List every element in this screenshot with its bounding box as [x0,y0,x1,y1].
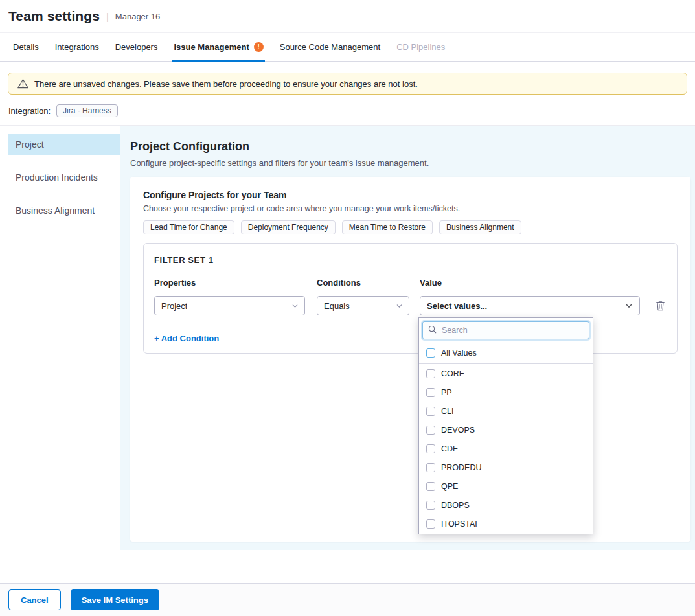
chevron-down-icon [291,302,299,310]
dropdown-search-input[interactable] [440,325,584,336]
option-pipe[interactable]: PIPE [419,533,593,534]
properties-column-header: Properties [154,278,305,288]
filter-set-1: FILTER SET 1 Properties Conditions Value… [143,243,678,354]
all-values-checkbox[interactable] [426,348,435,358]
unsaved-changes-badge-icon: ! [254,42,264,52]
tab-integrations-label: Integrations [55,42,99,52]
option-label: PRODEDU [441,463,482,472]
tab-developers[interactable]: Developers [114,33,159,61]
filter-column-headers: Properties Conditions Value [154,278,667,288]
option-checkbox[interactable] [426,388,435,397]
option-label: CDE [441,444,458,453]
metric-chips: Lead Time for Change Deployment Frequenc… [143,220,678,234]
tab-details[interactable]: Details [12,33,40,61]
configure-projects-card: Configure Projects for your Team Choose … [130,177,690,542]
trash-icon [655,301,665,311]
banner-text: There are unsaved changes. Please save t… [34,79,418,89]
option-checkbox[interactable] [426,463,435,472]
dropdown-search-box [422,321,589,339]
search-icon [428,325,437,336]
chip-lead-time-for-change[interactable]: Lead Time for Change [143,220,234,234]
value-select-dropdown: All Values CORE PP CLI DEVOPS CDE PRODED… [418,317,593,534]
tab-integrations[interactable]: Integrations [54,33,100,61]
option-checkbox[interactable] [426,426,435,435]
tab-cd-pipelines: CD Pipelines [395,33,446,61]
option-checkbox[interactable] [426,407,435,416]
chip-business-alignment[interactable]: Business Alignment [439,220,521,234]
option-all-values[interactable]: All Values [419,343,593,364]
filter-set-title: FILTER SET 1 [154,255,667,265]
tab-scm-label: Source Code Management [280,42,380,52]
page-header: Team settings | Manager 16 [0,0,695,33]
sidebar-item-project[interactable]: Project [8,134,120,155]
properties-select-value: Project [161,301,187,311]
option-checkbox[interactable] [426,519,435,529]
card-subtitle: Choose your respective project or code a… [143,204,678,213]
team-settings-page: Team settings | Manager 16 Details Integ… [0,0,695,616]
option-qpe[interactable]: QPE [419,477,593,496]
option-itopstai[interactable]: ITOPSTAI [419,514,593,533]
tab-details-label: Details [13,42,39,52]
footer-action-bar: Cancel Save IM Settings [0,583,695,616]
option-core[interactable]: CORE [419,364,593,383]
all-values-label: All Values [441,348,477,358]
option-pp[interactable]: PP [419,383,593,402]
dropdown-options-list: CORE PP CLI DEVOPS CDE PRODEDU QPE DBOPS… [419,364,593,534]
option-prodedu[interactable]: PRODEDU [419,458,593,477]
option-cde[interactable]: CDE [419,439,593,458]
option-label: DBOPS [441,501,470,510]
banner-container: There are unsaved changes. Please save t… [0,62,695,95]
conditions-select[interactable]: Equals [317,296,409,315]
page-subtitle: Manager 16 [115,12,160,21]
tab-issue-management[interactable]: Issue Management ! [172,33,264,61]
value-select-placeholder: Select values... [427,301,487,311]
settings-sidebar: Project Production Incidents Business Al… [0,126,120,550]
tab-bar: Details Integrations Developers Issue Ma… [0,33,695,62]
delete-condition-button[interactable] [654,299,667,312]
tab-issue-management-label: Issue Management [174,42,249,52]
conditions-column-header: Conditions [317,278,409,288]
option-checkbox[interactable] [426,501,435,510]
save-im-settings-button[interactable]: Save IM Settings [71,589,159,610]
option-label: ITOPSTAI [441,519,477,529]
value-column-header: Value [420,278,640,288]
title-divider: | [106,11,109,22]
add-condition-button[interactable]: + Add Condition [154,334,219,343]
section-title: Project Configuration [130,140,690,154]
value-multiselect[interactable]: Select values... [420,296,640,315]
integration-label: Integration: [8,106,51,116]
integration-chip: Jira - Harness [56,104,118,117]
option-checkbox[interactable] [426,482,435,491]
card-title: Configure Projects for your Team [143,190,678,200]
tab-developers-label: Developers [115,42,158,52]
sidebar-item-business-alignment[interactable]: Business Alignment [8,200,120,221]
warning-icon [17,78,28,89]
chip-deployment-frequency[interactable]: Deployment Frequency [241,220,336,234]
main-panel: Project Configuration Configure project-… [120,126,695,550]
option-label: DEVOPS [441,426,475,435]
conditions-select-value: Equals [324,301,350,311]
option-checkbox[interactable] [426,444,435,453]
option-cli[interactable]: CLI [419,402,593,420]
option-label: CLI [441,407,453,416]
cancel-button[interactable]: Cancel [8,589,61,610]
option-label: CORE [441,369,464,378]
chevron-down-icon [396,302,403,310]
integration-row: Integration: Jira - Harness [0,95,695,126]
properties-select[interactable]: Project [154,296,305,315]
tab-cd-pipelines-label: CD Pipelines [396,42,445,52]
option-label: PP [441,388,452,397]
option-dbops[interactable]: DBOPS [419,496,593,514]
tab-source-code-management[interactable]: Source Code Management [279,33,382,61]
section-subtitle: Configure project-specific settings and … [130,158,690,168]
option-label: QPE [441,482,458,491]
chip-mean-time-to-restore[interactable]: Mean Time to Restore [342,220,433,234]
sidebar-item-production-incidents[interactable]: Production Incidents [8,167,120,188]
page-title: Team settings [8,8,100,24]
unsaved-changes-banner: There are unsaved changes. Please save t… [8,73,687,95]
option-checkbox[interactable] [426,369,435,378]
option-devops[interactable]: DEVOPS [419,420,593,439]
chevron-down-icon [624,301,633,310]
filter-condition-row: Project Equals Select valu [154,296,667,315]
